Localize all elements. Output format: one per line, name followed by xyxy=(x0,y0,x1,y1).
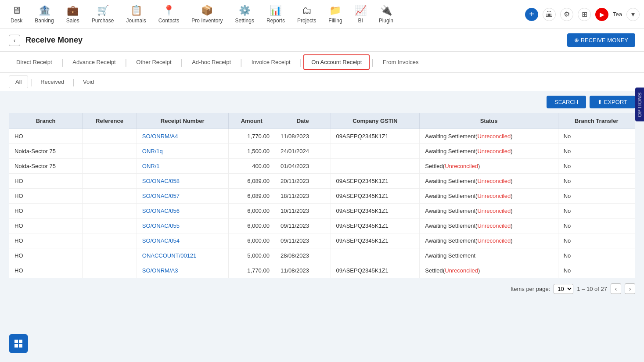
tabs-bar: Direct Receipt|Advance Receipt|Other Rec… xyxy=(0,52,644,73)
projects-icon: 🗂 xyxy=(302,5,312,16)
cell-2[interactable]: SO/ONRM/A4 xyxy=(137,129,228,144)
add-button[interactable]: + xyxy=(525,8,538,21)
cell-1 xyxy=(83,189,137,204)
nav-item-banking[interactable]: 🏦Banking xyxy=(29,0,60,29)
sub-tab-void[interactable]: Void xyxy=(76,75,101,88)
unreconciled-text: Unreconciled xyxy=(477,237,511,244)
cell-1 xyxy=(83,233,137,248)
settings-icon[interactable]: ⚙ xyxy=(560,8,573,21)
nav-items: 🖥Desk🏦Banking💼Sales🛒Purchase📋Journals📍Co… xyxy=(4,0,525,29)
cell-1 xyxy=(83,204,137,219)
youtube-icon[interactable]: ▶ xyxy=(595,8,608,21)
nav-item-contacts[interactable]: 📍Contacts xyxy=(152,0,185,29)
cell-2[interactable]: SO/ONAC/058 xyxy=(137,174,228,189)
tab-onaccount[interactable]: On Account Receipt xyxy=(303,54,370,70)
cell-3: 5,000.00 xyxy=(228,248,275,263)
tab-direct[interactable]: Direct Receipt xyxy=(9,55,60,69)
receipt-link[interactable]: SO/ONRM/A3 xyxy=(142,267,178,274)
nav-item-desk[interactable]: 🖥Desk xyxy=(4,0,29,29)
cell-5: 09ASEPQ2345K1Z1 xyxy=(331,174,420,189)
tab-other[interactable]: Other Receipt xyxy=(129,55,179,69)
receipt-link[interactable]: ONR/1q xyxy=(142,148,163,154)
cell-6: Awaiting Settlement(Unreconciled) xyxy=(420,219,558,233)
cell-2[interactable]: ONR/1 xyxy=(137,159,228,174)
table-row: HOSO/ONAC/0566,000.0010/11/202309ASEPQ23… xyxy=(9,204,635,219)
nav-item-settings[interactable]: ⚙️Settings xyxy=(229,0,260,29)
cell-2[interactable]: SO/ONAC/056 xyxy=(137,204,228,219)
cell-2[interactable]: SO/ONAC/055 xyxy=(137,219,228,233)
user-label[interactable]: Tea xyxy=(613,11,622,18)
desk-icon: 🖥 xyxy=(12,5,22,16)
tab-adhoc[interactable]: Ad-hoc Receipt xyxy=(184,55,238,69)
status-text: Awaiting Settlement xyxy=(425,208,475,214)
receipt-link[interactable]: SO/ONAC/054 xyxy=(142,237,180,244)
reports-icon: 📊 xyxy=(270,5,281,16)
cell-0: HO xyxy=(9,174,83,189)
tab-separator-5: | xyxy=(300,58,302,66)
back-button[interactable]: ‹ xyxy=(9,35,20,46)
prev-page-button[interactable]: ‹ xyxy=(611,283,621,294)
plugin-label: Plugin xyxy=(379,18,393,24)
receipt-link[interactable]: SO/ONRM/A4 xyxy=(142,133,178,140)
cell-3: 400.00 xyxy=(228,159,275,174)
cell-2[interactable]: SO/ONAC/054 xyxy=(137,233,228,248)
bi-icon: 📈 xyxy=(355,5,367,16)
cell-4: 09/11/2023 xyxy=(275,233,331,248)
purchase-icon: 🛒 xyxy=(97,5,109,16)
table-row: HOSO/ONRM/A41,770.0011/08/202309ASEPQ234… xyxy=(9,129,635,144)
receive-money-button[interactable]: ⊕ RECEIVE MONEY xyxy=(567,33,635,47)
receipt-link[interactable]: SO/ONAC/058 xyxy=(142,178,180,184)
grid-icon[interactable]: ⊞ xyxy=(578,8,591,21)
items-per-page-select[interactable]: 10 25 50 xyxy=(554,284,573,294)
sub-tab-received[interactable]: Received xyxy=(34,75,71,88)
top-navigation: 🖥Desk🏦Banking💼Sales🛒Purchase📋Journals📍Co… xyxy=(0,0,644,29)
bank-icon[interactable]: 🏛 xyxy=(543,8,556,21)
tab-frominvoices[interactable]: From Invoices xyxy=(375,55,426,69)
tab-advance[interactable]: Advance Receipt xyxy=(65,55,123,69)
cell-3: 1,770.00 xyxy=(228,129,275,144)
cell-2[interactable]: SO/ONRM/A3 xyxy=(137,263,228,278)
pagination: Items per page: 10 25 50 1 – 10 of 27 ‹ … xyxy=(0,278,644,299)
unreconciled-text: Unreconciled xyxy=(477,193,511,199)
table-row: HOONACCOUNT/001215,000.0028/08/2023Await… xyxy=(9,248,635,263)
sub-tab-all[interactable]: All xyxy=(9,75,28,88)
receipt-link[interactable]: ONACCOUNT/00121 xyxy=(142,252,197,259)
nav-item-bi[interactable]: 📈BI xyxy=(349,0,373,29)
next-page-button[interactable]: › xyxy=(625,283,635,294)
nav-item-pro-inventory[interactable]: 📦Pro Inventory xyxy=(185,0,229,29)
nav-item-sales[interactable]: 💼Sales xyxy=(60,0,86,29)
cell-0: HO xyxy=(9,263,83,278)
journals-label: Journals xyxy=(126,18,146,24)
nav-item-projects[interactable]: 🗂Projects xyxy=(291,0,322,29)
receipt-link[interactable]: SO/ONAC/056 xyxy=(142,208,180,214)
nav-item-journals[interactable]: 📋Journals xyxy=(120,0,152,29)
cell-2[interactable]: ONR/1q xyxy=(137,144,228,159)
receipt-link[interactable]: SO/ONAC/057 xyxy=(142,193,180,199)
user-dropdown-icon[interactable]: ▾ xyxy=(626,8,640,21)
tab-invoice[interactable]: Invoice Receipt xyxy=(244,55,298,69)
nav-item-reports[interactable]: 📊Reports xyxy=(260,0,291,29)
cell-3: 6,000.00 xyxy=(228,233,275,248)
receipt-link[interactable]: SO/ONAC/055 xyxy=(142,222,180,229)
desk-label: Desk xyxy=(11,18,22,24)
nav-item-plugin[interactable]: 🔌Plugin xyxy=(373,0,399,29)
cell-6: Awaiting Settlement(Unreconciled) xyxy=(420,233,558,248)
cell-2[interactable]: ONACCOUNT/00121 xyxy=(137,248,228,263)
options-strip[interactable]: OPTIONS xyxy=(635,88,644,122)
receipt-link[interactable]: ONR/1 xyxy=(142,163,160,169)
export-button[interactable]: ⬆ EXPORT xyxy=(590,96,635,108)
cell-5: 09ASEPQ2345K1Z1 xyxy=(331,219,420,233)
cell-4: 18/11/2023 xyxy=(275,189,331,204)
cell-0: HO xyxy=(9,233,83,248)
sales-label: Sales xyxy=(66,18,79,24)
cell-0: Noida-Sector 75 xyxy=(9,144,83,159)
cell-5 xyxy=(331,144,420,159)
nav-item-filling[interactable]: 📁Filling xyxy=(322,0,348,29)
nav-item-purchase[interactable]: 🛒Purchase xyxy=(86,0,120,29)
cell-7: No xyxy=(558,248,635,263)
cell-2[interactable]: SO/ONAC/057 xyxy=(137,189,228,204)
cell-5: 09ASEPQ2345K1Z1 xyxy=(331,189,420,204)
cell-1 xyxy=(83,263,137,278)
cell-6: Awaiting Settlement xyxy=(420,248,558,263)
search-button[interactable]: SEARCH xyxy=(547,96,586,108)
